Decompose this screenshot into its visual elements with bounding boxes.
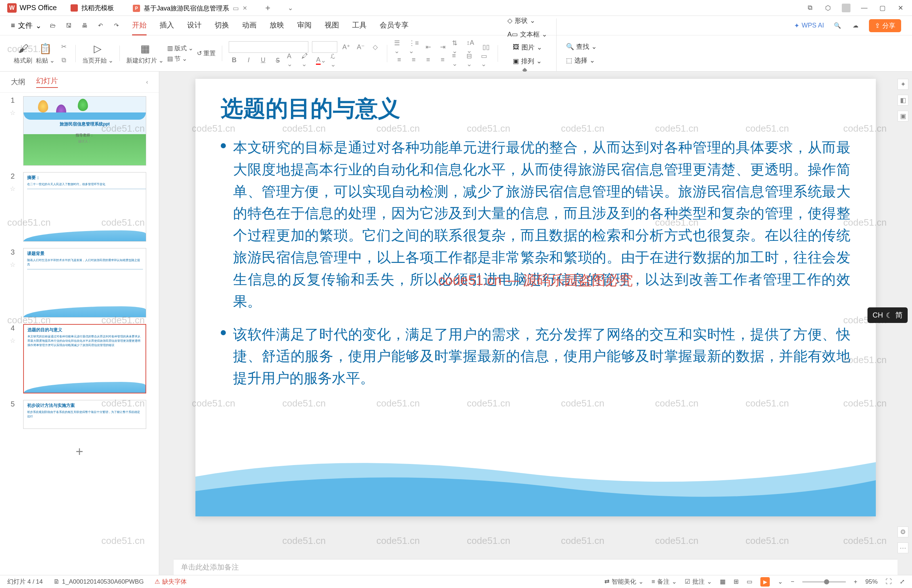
clear-format-icon[interactable]: ◇ [370, 42, 381, 52]
close-icon[interactable]: ✕ [896, 3, 905, 12]
zoom-value[interactable]: 95% [865, 578, 878, 585]
app-logo[interactable]: W WPS Office [7, 3, 57, 13]
fit-window-icon[interactable]: ⛶ [886, 578, 892, 585]
slide-thumbnail[interactable]: 旅游民宿信息管理系统ppt 指导老师： 设计人： [23, 96, 146, 166]
reading-view-icon[interactable]: ▭ [747, 578, 752, 585]
window-copy-icon[interactable]: ⧉ [806, 3, 814, 12]
format-brush-icon[interactable]: 🖌 [17, 42, 30, 55]
find-button[interactable]: 🔍 查找 ⌄ [563, 41, 600, 52]
underline-icon[interactable]: U [258, 55, 269, 66]
align-distribute-icon[interactable]: ≡ ⌄ [452, 55, 463, 65]
cube-icon[interactable]: ⬡ [824, 3, 833, 12]
slide-item[interactable]: 3 ☆ 课题背景 随着人们对生活水平和技术水平的飞速发展，人们对旅游民宿的需求和… [7, 248, 152, 318]
present-icon[interactable]: ▭ [233, 4, 239, 12]
slide-position[interactable]: 幻灯片 4 / 14 [7, 578, 43, 586]
tab-animation[interactable]: 动画 [242, 16, 257, 36]
play-from-current-label[interactable]: 当页开始 ⌄ [82, 57, 113, 65]
select-button[interactable]: ⬚ 选择 ⌄ [563, 55, 600, 66]
reset-button[interactable]: ↺ 重置 [197, 49, 216, 58]
close-icon[interactable]: ✕ [243, 5, 247, 11]
shape-button[interactable]: ◇ 形状 ⌄ [504, 15, 550, 26]
wps-ai-button[interactable]: ✦ WPS AI [794, 22, 824, 30]
slides-tab[interactable]: 幻灯片 [36, 76, 58, 88]
zoom-slider[interactable] [802, 581, 846, 583]
slide-item[interactable]: 1 ☆ 旅游民宿信息管理系统ppt 指导老师： 设计人： [7, 96, 152, 166]
tab-design[interactable]: 设计 [187, 16, 202, 36]
tab-tools[interactable]: 工具 [352, 16, 367, 36]
minimize-icon[interactable]: — [860, 3, 868, 12]
align-left-icon[interactable]: ≡ [394, 55, 405, 65]
copy-icon[interactable]: ⧉ [58, 55, 69, 66]
slide-thumbnail[interactable]: 课题背景 随着人们对生活水平和技术水平的飞速发展，人们对旅游民宿的需求和认知程度… [23, 248, 146, 318]
normal-view-icon[interactable]: ▦ [720, 578, 726, 585]
review-toggle[interactable]: ☑ 批注 ⌄ [685, 578, 712, 586]
star-icon[interactable]: ☆ [10, 185, 16, 193]
bold-icon[interactable]: B [229, 55, 240, 66]
tab-review[interactable]: 审阅 [297, 16, 312, 36]
tab-slideshow[interactable]: 放映 [270, 16, 284, 36]
align-justify-icon[interactable]: ≡ [437, 55, 448, 65]
font-size-combo[interactable] [312, 41, 337, 53]
ai-side-icon[interactable]: ✦ [897, 79, 909, 90]
add-slide-button[interactable]: + [71, 443, 89, 461]
text-effects-icon[interactable]: ℒ ⌄ [330, 55, 341, 66]
file-code[interactable]: 🗎 1_A000120140530A60PWBG [53, 578, 144, 585]
transform-side-icon[interactable]: ▣ [897, 111, 909, 121]
tab-transition[interactable]: 切换 [215, 16, 229, 36]
save-icon[interactable]: 🖫 [64, 21, 73, 31]
tab-view[interactable]: 视图 [325, 16, 339, 36]
vertical-align-icon[interactable]: ⊟ ⌄ [466, 55, 477, 65]
star-icon[interactable]: ☆ [10, 261, 16, 269]
decrease-font-icon[interactable]: A⁻ [355, 42, 366, 52]
cloud-upload-icon[interactable]: ☁ [851, 21, 860, 31]
convert-smartart-icon[interactable]: ▭ ⌄ [481, 55, 491, 65]
font-color-icon[interactable]: A ⌄ [316, 55, 326, 66]
tab-member[interactable]: 会员专享 [380, 16, 408, 36]
collapse-panel-icon[interactable]: ‹ [146, 79, 148, 86]
picture-button[interactable]: 🖼 图片 ⌄ [510, 42, 545, 53]
print-icon[interactable]: 🖶 [80, 21, 89, 31]
slide-title[interactable]: 选题的目的与意义 [221, 93, 400, 124]
open-icon[interactable]: 🗁 [48, 21, 58, 31]
tab-dropdown[interactable]: ⌄ [283, 4, 298, 12]
slide-thumbnail[interactable]: 初步设计方法与实施方案 初步系统规划阶段由于各系统的相互关联使得整个项目十分繁琐… [23, 400, 146, 429]
cut-icon[interactable]: ✂ [58, 41, 69, 52]
zoom-in-button[interactable]: + [854, 578, 857, 585]
tools-side-icon[interactable]: ⚙ [897, 527, 909, 537]
properties-side-icon[interactable]: ◧ [897, 95, 909, 106]
play-from-current-icon[interactable]: ▷ [91, 42, 104, 55]
slide-canvas[interactable]: 选题的目的与意义 本文研究的目标是通过对各种功能单元进行最优的整合，从而达到对各… [196, 79, 876, 516]
arrange-button[interactable]: ▣ 排列 ⌄ [510, 55, 545, 67]
expand-icon[interactable]: ⤢ [900, 578, 905, 585]
file-menu[interactable]: ≡ 文件 ⌄ [11, 21, 42, 31]
star-icon[interactable]: ☆ [10, 109, 16, 117]
missing-font-warning[interactable]: ⚠ 缺失字体 [154, 578, 187, 586]
columns-icon[interactable]: ▯▯ [481, 42, 491, 52]
layout-button[interactable]: ▥ 版式 ⌄ [167, 44, 193, 52]
slide-body[interactable]: 本文研究的目标是通过对各种功能单元进行最优的整合，从而达到对各种管理的具体要求，… [221, 137, 850, 400]
slide-item[interactable]: 4 ☆ 选题的目的与意义 本文研究的目标是通过对各种功能单元进行最优的整合从而达… [7, 324, 152, 393]
bullets-icon[interactable]: ☰ ⌄ [394, 42, 405, 52]
notes-toggle[interactable]: ≡ 备注 ⌄ [651, 578, 677, 586]
italic-icon[interactable]: I [243, 55, 254, 66]
slide-thumbnail[interactable]: 摘要： 在二十一世纪的今天人民进入了数据时代，很多管理环节变化—————————… [23, 172, 146, 242]
paste-icon[interactable]: 📋 [39, 42, 52, 55]
line-spacing-icon[interactable]: ⇅ ⌄ [452, 42, 463, 52]
slide-item[interactable]: 5 初步设计方法与实施方案 初步系统规划阶段由于各系统的相互关联使得整个项目十分… [7, 400, 152, 429]
slideshow-play-button[interactable]: ▶ [760, 577, 770, 586]
slide-item[interactable]: 2 ☆ 摘要： 在二十一世纪的今天人民进入了数据时代，很多管理环节变化—————… [7, 172, 152, 242]
maximize-icon[interactable]: ▢ [878, 3, 887, 12]
decrease-indent-icon[interactable]: ⇤ [423, 42, 434, 52]
increase-font-icon[interactable]: A⁺ [341, 42, 352, 52]
more-side-icon[interactable]: ⋯ [897, 543, 909, 553]
notes-input[interactable]: 单击此处添加备注 [174, 559, 897, 575]
share-button[interactable]: ⇪ 分享 [869, 19, 901, 32]
new-slide-icon[interactable]: ▦ [139, 42, 152, 55]
avatar-icon[interactable] [842, 3, 850, 12]
font-combo[interactable] [229, 41, 308, 53]
text-direction-icon[interactable]: ↕A ⌄ [466, 42, 477, 52]
ime-indicator[interactable]: CH ☾ 简 [867, 307, 908, 323]
tab-docker-document[interactable]: P 基于Java旅游民宿信息管理系 ▭ ✕ [128, 1, 252, 15]
sorter-view-icon[interactable]: ⊞ [734, 578, 739, 585]
undo-icon[interactable]: ↶ [96, 21, 105, 31]
